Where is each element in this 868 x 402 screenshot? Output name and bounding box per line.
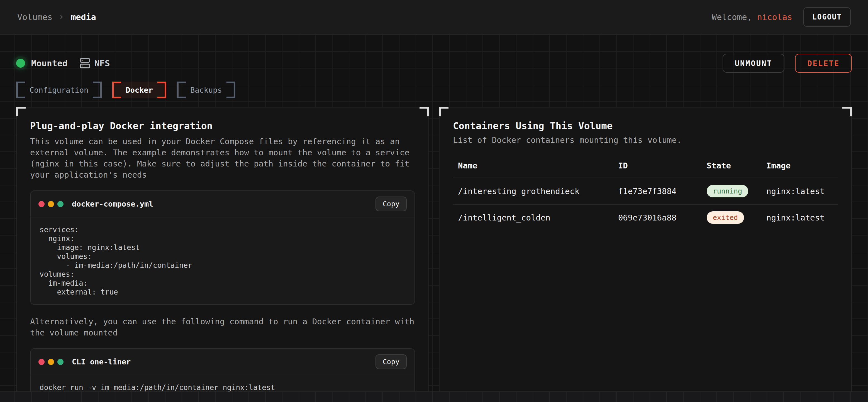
containers-panel-title: Containers Using This Volume: [453, 120, 838, 131]
state-badge: running: [707, 185, 748, 197]
driver-label: NFS: [94, 58, 110, 68]
column-header-image: Image: [761, 161, 838, 178]
state-badge: exited: [707, 211, 744, 224]
docker-panel-title: Plug-and-play Docker integration: [30, 120, 415, 131]
traffic-lights: [38, 201, 63, 207]
cli-intro-text: Alternatively, you can use the following…: [30, 316, 415, 338]
container-id-cell: 069e73016a88: [613, 204, 702, 231]
traffic-light-amber-icon: [48, 359, 54, 365]
traffic-light-red-icon: [38, 359, 44, 365]
traffic-light-red-icon: [38, 201, 44, 207]
compose-code: services: nginx: image: nginx:latest vol…: [39, 225, 406, 297]
compose-copy-button[interactable]: Copy: [375, 197, 407, 211]
panel-corner-icon: [842, 107, 852, 116]
traffic-light-green-icon: [57, 359, 63, 365]
container-image-cell: nginx:latest: [761, 178, 838, 204]
traffic-lights: [38, 359, 63, 365]
delete-button[interactable]: DELETE: [795, 54, 852, 73]
tab-docker[interactable]: Docker: [112, 81, 166, 98]
volume-status-row: Mounted NFS UNMOUNT DELETE: [16, 35, 852, 73]
mounted-status-label: Mounted: [31, 58, 68, 68]
traffic-light-amber-icon: [48, 201, 54, 207]
containers-table-body: /interesting_grothendieckf1e73e7f3884run…: [453, 178, 838, 231]
docker-panel-description: This volume can be used in your Docker C…: [30, 136, 415, 180]
compose-code-block: docker-compose.yml Copy services: nginx:…: [30, 191, 415, 305]
column-header-state: State: [702, 161, 761, 178]
cli-code: docker run -v im-media:/path/in/containe…: [39, 383, 406, 392]
server-icon: [80, 58, 91, 69]
breadcrumb-current-volume: media: [71, 12, 96, 22]
username: nicolas: [757, 12, 792, 22]
page-bottom-strip: [0, 392, 868, 402]
logout-button[interactable]: LOGOUT: [803, 7, 851, 27]
breadcrumb-volumes-link[interactable]: Volumes: [17, 12, 52, 22]
containers-panel-subtitle: List of Docker containers mounting this …: [453, 135, 838, 145]
tab-backups[interactable]: Backups: [177, 81, 236, 98]
driver-badge: NFS: [80, 58, 110, 69]
mounted-status: Mounted: [16, 58, 68, 68]
container-row: /interesting_grothendieckf1e73e7f3884run…: [453, 178, 838, 204]
chevron-right-icon: [59, 14, 65, 20]
unmount-button[interactable]: UNMOUNT: [722, 54, 785, 73]
container-id-cell: f1e73e7f3884: [613, 178, 702, 204]
breadcrumb: Volumes media: [17, 12, 96, 22]
traffic-light-green-icon: [57, 201, 63, 207]
top-bar: Volumes media Welcome, nicolas LOGOUT: [0, 0, 868, 35]
welcome-text: Welcome, nicolas: [712, 12, 792, 22]
column-header-name: Name: [453, 161, 613, 178]
container-state-cell: exited: [702, 204, 761, 231]
cli-filename: CLI one-liner: [72, 358, 131, 366]
container-state-cell: running: [702, 178, 761, 204]
panel-corner-icon: [439, 107, 448, 116]
cli-copy-button[interactable]: Copy: [375, 355, 407, 369]
tabs: ConfigurationDockerBackups: [16, 81, 852, 98]
containers-table: Name ID State Image /interesting_grothen…: [453, 161, 838, 231]
docker-integration-panel: Plug-and-play Docker integration This vo…: [16, 107, 429, 402]
container-row: /intelligent_colden069e73016a88exitedngi…: [453, 204, 838, 231]
containers-panel: Containers Using This Volume List of Doc…: [439, 107, 852, 402]
main-content: Mounted NFS UNMOUNT DELETE Configuration…: [0, 35, 868, 402]
mounted-status-dot-icon: [16, 59, 25, 68]
panel-corner-icon: [420, 107, 429, 116]
container-name-cell: /intelligent_colden: [453, 204, 613, 231]
compose-filename: docker-compose.yml: [72, 200, 154, 208]
tab-configuration[interactable]: Configuration: [16, 81, 102, 98]
container-name-cell: /interesting_grothendieck: [453, 178, 613, 204]
container-image-cell: nginx:latest: [761, 204, 838, 231]
column-header-id: ID: [613, 161, 702, 178]
panel-corner-icon: [16, 107, 26, 116]
